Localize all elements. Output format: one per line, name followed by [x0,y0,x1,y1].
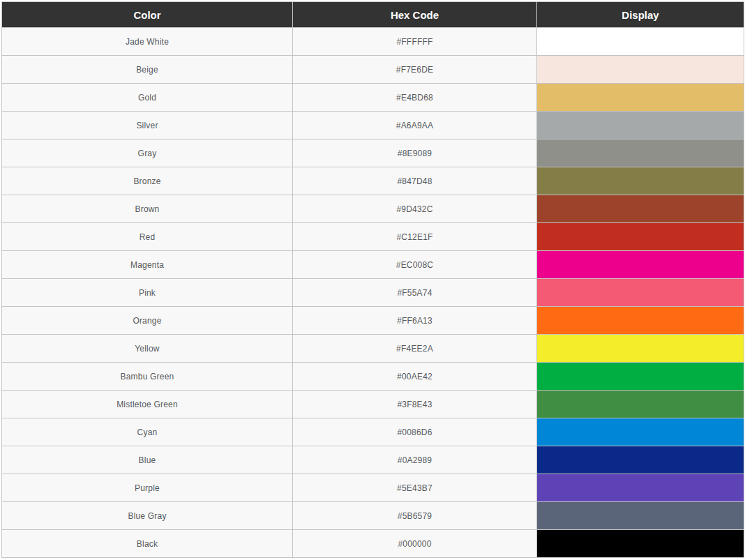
color-name-cell: Bronze [2,167,293,195]
hex-code-cell: #000000 [293,530,537,558]
color-name-cell: Gold [2,84,293,112]
color-name-cell: Blue [2,446,293,474]
color-swatch [537,139,744,167]
color-name-cell: Cyan [2,418,293,446]
color-name-cell: Blue Gray [2,502,293,530]
table-row: Magenta #EC008C [2,251,744,279]
hex-code-cell: #0A2989 [293,446,537,474]
table-row: Bambu Green #00AE42 [2,363,744,391]
color-name-cell: Jade White [2,28,293,56]
color-name-cell: Beige [2,56,293,84]
color-name-cell: Bambu Green [2,363,293,391]
hex-code-cell: #A6A9AA [293,112,537,139]
color-name-cell: Yellow [2,335,293,363]
table-row: Cyan #0086D6 [2,418,744,446]
table-row: Bronze #847D48 [2,167,744,195]
table-row: Jade White #FFFFFF [2,28,744,56]
hex-code-cell: #EC008C [293,251,537,279]
color-name-cell: Mistletoe Green [2,391,293,418]
color-name-cell: Red [2,223,293,251]
color-name-cell: Pink [2,279,293,307]
table-row: Blue #0A2989 [2,446,744,474]
table-row: Orange #FF6A13 [2,307,744,335]
table-row: Purple #5E43B7 [2,474,744,502]
table-row: Beige #F7E6DE [2,56,744,84]
hex-code-cell: #FFFFFF [293,28,537,56]
hex-code-cell: #9D432C [293,195,537,223]
color-name-cell: Magenta [2,251,293,279]
hex-code-cell: #FF6A13 [293,307,537,335]
column-header-color: Color [2,2,293,28]
table-body: Jade White #FFFFFF Beige #F7E6DE Gold #E… [2,28,744,558]
hex-code-cell: #847D48 [293,167,537,195]
color-name-cell: Silver [2,112,293,139]
hex-code-cell: #5E43B7 [293,474,537,502]
table-row: Silver #A6A9AA [2,112,744,139]
color-name-cell: Gray [2,139,293,167]
color-table: Color Hex Code Display Jade White #FFFFF… [1,1,744,558]
color-swatch [537,418,744,446]
color-swatch [537,223,744,251]
color-swatch [537,363,744,391]
hex-code-cell: #F4EE2A [293,335,537,363]
table-row: Mistletoe Green #3F8E43 [2,391,744,418]
color-swatch [537,335,744,363]
color-swatch [537,56,744,84]
color-swatch [537,167,744,195]
hex-code-cell: #3F8E43 [293,391,537,418]
color-swatch [537,195,744,223]
hex-code-cell: #8E9089 [293,139,537,167]
color-swatch [537,474,744,502]
color-swatch [537,84,744,112]
color-swatch [537,112,744,139]
table-row: Gold #E4BD68 [2,84,744,112]
table-header-row: Color Hex Code Display [2,2,744,28]
hex-code-cell: #0086D6 [293,418,537,446]
color-swatch [537,28,744,56]
hex-code-cell: #F55A74 [293,279,537,307]
color-name-cell: Black [2,530,293,558]
hex-code-cell: #C12E1F [293,223,537,251]
table-row: Gray #8E9089 [2,139,744,167]
column-header-hex-code: Hex Code [293,2,537,28]
hex-code-cell: #F7E6DE [293,56,537,84]
hex-code-cell: #00AE42 [293,363,537,391]
hex-code-cell: #5B6579 [293,502,537,530]
color-name-cell: Orange [2,307,293,335]
table-row: Blue Gray #5B6579 [2,502,744,530]
table-row: Yellow #F4EE2A [2,335,744,363]
color-swatch [537,446,744,474]
table-row: Red #C12E1F [2,223,744,251]
color-name-cell: Brown [2,195,293,223]
color-swatch [537,251,744,279]
page: Color Hex Code Display Jade White #FFFFF… [0,0,745,560]
color-swatch [537,307,744,335]
table-row: Black #000000 [2,530,744,558]
color-swatch [537,530,744,558]
color-swatch [537,279,744,307]
table-row: Pink #F55A74 [2,279,744,307]
color-swatch [537,391,744,418]
color-name-cell: Purple [2,474,293,502]
table-row: Brown #9D432C [2,195,744,223]
hex-code-cell: #E4BD68 [293,84,537,112]
column-header-display: Display [537,2,744,28]
color-swatch [537,502,744,530]
